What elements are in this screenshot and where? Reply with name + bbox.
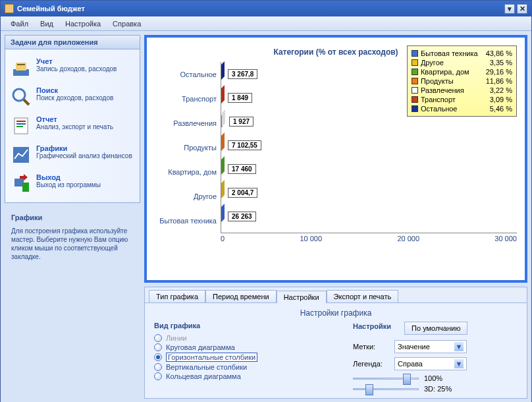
svg-rect-1 bbox=[16, 63, 26, 71]
svg-rect-7 bbox=[16, 123, 26, 125]
bar-row: 1 849 bbox=[221, 90, 252, 105]
bar bbox=[221, 115, 223, 127]
category-label: Квартира, дом bbox=[155, 168, 217, 176]
legend-label: Другое bbox=[421, 58, 444, 67]
legend-row: Транспорт3,09 % bbox=[412, 95, 512, 104]
svg-rect-10 bbox=[14, 179, 24, 187]
legend-row: Бытовая техника43,86 % bbox=[412, 49, 512, 58]
bar-value-label: 17 460 bbox=[228, 164, 256, 174]
default-button[interactable]: По умолчанию bbox=[404, 322, 467, 335]
category-label: Другое bbox=[155, 192, 217, 200]
chart-panel: Категории (% от всех расходов) Остальное… bbox=[144, 35, 527, 283]
menu-view[interactable]: Вид bbox=[34, 18, 59, 30]
menu-file[interactable]: Файл bbox=[5, 18, 34, 30]
tab-0[interactable]: Тип графика bbox=[149, 290, 205, 302]
chart-type-radio[interactable]: Круговая диаграмма bbox=[154, 343, 340, 352]
bar-value-label: 1 849 bbox=[228, 93, 252, 103]
sidebar-item-выход[interactable]: ВыходВыход из программы bbox=[8, 169, 137, 198]
zoom-value: 100% bbox=[424, 374, 442, 382]
tab-2[interactable]: Настройки bbox=[277, 291, 327, 303]
task-icon bbox=[11, 86, 32, 107]
zoom-slider[interactable] bbox=[353, 378, 419, 380]
task-desc: Анализ, экспорт и печать bbox=[36, 123, 113, 130]
chevron-down-icon: ▼ bbox=[454, 359, 464, 368]
chart-type-radio[interactable]: Горизонтальные столбики bbox=[154, 352, 340, 362]
menu-help[interactable]: Справка bbox=[107, 18, 147, 30]
task-desc: Графический анализ финансов bbox=[36, 152, 132, 159]
legend-pct: 3,22 % bbox=[485, 86, 512, 95]
task-title: Учет bbox=[36, 57, 117, 65]
legend-row: Остальное5,46 % bbox=[412, 104, 512, 113]
legend-swatch bbox=[412, 87, 418, 94]
sidebar-item-графики[interactable]: ГрафикиГрафический анализ финансов bbox=[8, 140, 137, 169]
svg-rect-11 bbox=[22, 183, 29, 192]
bar-row: 3 267,8 bbox=[221, 67, 257, 81]
labels-combo[interactable]: Значение ▼ bbox=[394, 340, 467, 353]
app-icon bbox=[5, 4, 14, 13]
sidebar-item-отчет[interactable]: ОтчетАнализ, экспорт и печать bbox=[8, 111, 137, 140]
legend-label: Транспорт bbox=[421, 95, 456, 104]
window-title: Семейный бюджет bbox=[17, 5, 85, 13]
tasks-header: Задачи для приложения bbox=[5, 36, 140, 49]
bar-row: 2 004,7 bbox=[221, 185, 257, 200]
sidebar-item-поиск[interactable]: ПоискПоиск доходов, расходов bbox=[8, 82, 137, 111]
x-tick: 20 000 bbox=[397, 235, 419, 243]
chart-type-radio[interactable]: Кольцевая диаграмма bbox=[154, 372, 340, 381]
legend-label: Легенда: bbox=[353, 360, 389, 368]
task-title: Поиск bbox=[36, 86, 113, 94]
minimize-button[interactable]: ▾ bbox=[504, 4, 515, 14]
category-label: Продукты bbox=[155, 144, 217, 152]
bar-row: 1 927 bbox=[221, 114, 253, 129]
legend-row: Квартира, дом29,16 % bbox=[412, 67, 512, 76]
tab-3[interactable]: Экспорт и печать bbox=[327, 290, 399, 302]
titlebar[interactable]: Семейный бюджет ▾ ✕ bbox=[1, 1, 531, 16]
chart-type-radio[interactable]: Вертикальные столбики bbox=[154, 362, 340, 372]
settings-tabs: Тип графикаПериод времениНастройкиЭкспор… bbox=[144, 287, 527, 399]
bar-row: 7 102,55 bbox=[221, 138, 261, 152]
svg-rect-6 bbox=[16, 121, 26, 122]
legend-pct: 5,46 % bbox=[485, 104, 512, 113]
category-label: Развлечения bbox=[155, 119, 217, 127]
x-tick: 30 000 bbox=[494, 235, 517, 243]
settings-title: Настройки графика bbox=[154, 308, 518, 318]
chart-legend: Бытовая техника43,86 %Другое3,35 %Кварти… bbox=[407, 45, 517, 117]
labels-label: Метки: bbox=[353, 343, 389, 351]
bar-value-label: 2 004,7 bbox=[228, 188, 257, 198]
legend-label: Развлечения bbox=[421, 86, 464, 95]
legend-row: Другое3,35 % bbox=[412, 58, 512, 67]
task-icon bbox=[11, 57, 32, 78]
3d-slider[interactable] bbox=[353, 388, 419, 390]
app-window: Семейный бюджет ▾ ✕ Файл Вид Настройка С… bbox=[0, 0, 532, 402]
bar-row: 17 460 bbox=[221, 161, 256, 176]
legend-swatch bbox=[412, 78, 418, 84]
x-tick: 10 000 bbox=[300, 235, 322, 243]
help-text: Для построения графика используйте масте… bbox=[11, 227, 134, 261]
task-title: Выход bbox=[36, 173, 101, 181]
3d-value: 3D: 25% bbox=[424, 385, 452, 393]
x-tick: 0 bbox=[221, 235, 225, 243]
menu-settings[interactable]: Настройка bbox=[59, 18, 107, 30]
bar-row: 26 263 bbox=[221, 209, 256, 223]
legend-combo[interactable]: Справа ▼ bbox=[394, 357, 467, 370]
category-label: Транспорт bbox=[155, 95, 217, 103]
svg-rect-8 bbox=[16, 126, 23, 127]
legend-row: Развлечения3,22 % bbox=[412, 86, 512, 95]
task-title: Отчет bbox=[36, 115, 113, 123]
close-button[interactable]: ✕ bbox=[517, 4, 527, 14]
legend-swatch bbox=[412, 69, 418, 75]
controls-header: Настройки bbox=[353, 322, 391, 330]
chart-type-header: Вид графика bbox=[154, 322, 340, 330]
task-icon bbox=[11, 115, 32, 136]
tab-1[interactable]: Период времени bbox=[205, 290, 277, 302]
task-desc: Выход из программы bbox=[36, 181, 101, 188]
task-desc: Запись доходов, расходов bbox=[36, 65, 117, 72]
help-title: Графики bbox=[11, 214, 134, 221]
bar-value-label: 3 267,8 bbox=[228, 69, 257, 79]
legend-swatch bbox=[412, 50, 418, 57]
legend-swatch bbox=[412, 59, 418, 66]
sidebar-item-учет[interactable]: УчетЗапись доходов, расходов bbox=[8, 53, 137, 82]
legend-pct: 29,16 % bbox=[481, 67, 512, 76]
category-label: Бытовая техника bbox=[155, 217, 217, 225]
task-title: Графики bbox=[36, 144, 132, 152]
legend-label: Продукты bbox=[421, 76, 454, 86]
